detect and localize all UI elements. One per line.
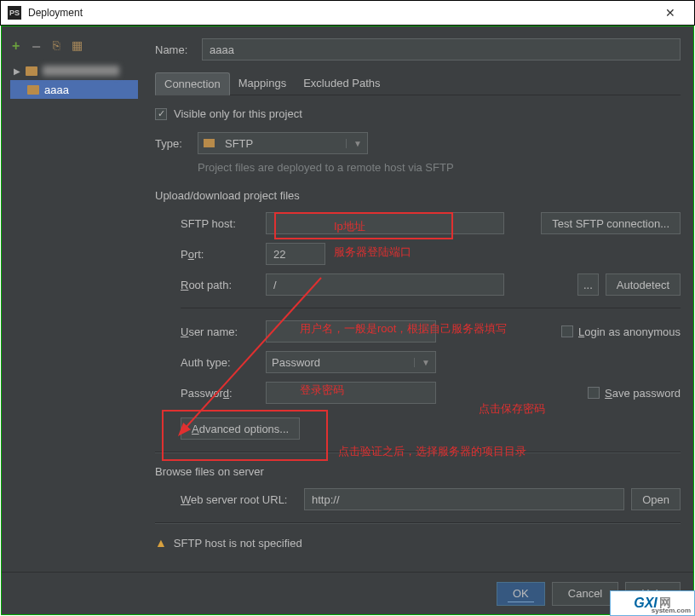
tab-mappings[interactable]: Mappings	[230, 72, 295, 95]
type-label: Type:	[155, 137, 198, 150]
paste-icon[interactable]: ▦	[72, 38, 83, 56]
copy-icon[interactable]: ⎘	[53, 38, 60, 56]
auth-type-label: Auth type:	[181, 356, 266, 369]
sftp-icon	[204, 139, 215, 147]
tree-item-label: aaaa	[44, 83, 69, 96]
warning-icon: ▲	[155, 536, 167, 550]
section-upload: Upload/download project files	[155, 189, 681, 202]
separator	[155, 452, 681, 453]
blurred-label	[43, 66, 119, 76]
login-anonymous-label: Login as anonymous	[578, 325, 681, 338]
dialog-buttons: OK Cancel Help	[2, 572, 693, 614]
titlebar: PS Deployment ✕	[0, 0, 695, 26]
save-password-label: Save password	[605, 387, 681, 400]
auth-value: Password	[272, 356, 414, 369]
port-label: Port:	[181, 248, 266, 261]
open-button[interactable]: Open	[631, 488, 681, 510]
root-path-label: Root path:	[181, 279, 266, 291]
username-input[interactable]	[266, 320, 436, 343]
visible-only-label: Visible only for this project	[174, 107, 302, 120]
cancel-button[interactable]: Cancel	[552, 582, 618, 606]
type-select[interactable]: SFTP ▼	[198, 132, 368, 154]
tab-connection[interactable]: Connection	[155, 72, 230, 95]
advanced-options-button[interactable]: Advanced options...	[181, 417, 300, 440]
separator	[181, 308, 681, 308]
port-input[interactable]	[266, 243, 325, 265]
section-browse: Browse files on server	[155, 465, 681, 478]
folder-icon	[26, 66, 37, 76]
chevron-down-icon: ▼	[414, 358, 430, 367]
close-icon[interactable]: ✕	[653, 6, 687, 20]
sftp-host-input[interactable]	[266, 212, 504, 234]
password-label: Password:	[181, 387, 266, 400]
ok-button[interactable]: OK	[497, 582, 545, 606]
config-panel: Name: Connection Mappings Excluded Paths…	[155, 38, 681, 563]
tree-item-selected[interactable]: aaaa	[10, 80, 138, 99]
separator	[155, 522, 681, 524]
username-label: User name:	[181, 325, 266, 338]
sftp-host-label: SFTP host:	[181, 217, 266, 230]
browse-button[interactable]: ...	[577, 273, 599, 296]
sidebar: + − ⎘ ▦ ▶ aaaa	[10, 38, 138, 563]
tab-bar: Connection Mappings Excluded Paths	[155, 72, 681, 95]
chevron-right-icon: ▶	[14, 66, 20, 76]
name-input[interactable]	[202, 38, 681, 60]
root-path-input[interactable]	[266, 273, 504, 296]
tab-excluded[interactable]: Excluded Paths	[295, 72, 388, 95]
server-tree: ▶ aaaa	[10, 61, 138, 99]
main-panel: + − ⎘ ▦ ▶ aaaa Name: Connection Mapp	[1, 26, 694, 615]
auth-type-select[interactable]: Password ▼	[266, 351, 436, 373]
visible-only-row[interactable]: ✓ Visible only for this project	[155, 107, 681, 120]
test-connection-button[interactable]: Test SFTP connection...	[541, 212, 681, 234]
folder-icon	[27, 85, 39, 95]
add-icon[interactable]: +	[12, 38, 20, 56]
type-hint: Project files are deployed to a remote h…	[198, 161, 681, 174]
anon-checkbox[interactable]	[561, 325, 573, 337]
web-url-input[interactable]	[304, 488, 624, 510]
warning-row: ▲ SFTP host is not specified	[155, 536, 681, 550]
password-input[interactable]	[266, 382, 436, 404]
watermark-logo: GXI网 system.com	[610, 590, 695, 616]
window-title: Deployment	[28, 7, 653, 19]
save-password-checkbox[interactable]	[588, 387, 600, 399]
web-url-label: Web server root URL:	[181, 493, 304, 506]
chevron-down-icon: ▼	[346, 139, 362, 148]
autodetect-button[interactable]: Autodetect	[606, 273, 681, 296]
app-icon: PS	[8, 6, 21, 20]
checkbox-icon[interactable]: ✓	[155, 108, 167, 120]
warning-text: SFTP host is not specified	[174, 537, 302, 550]
type-value: SFTP	[225, 137, 253, 150]
sidebar-toolbar: + − ⎘ ▦	[10, 38, 138, 61]
name-label: Name:	[155, 43, 202, 56]
tree-item[interactable]: ▶	[10, 61, 138, 80]
remove-icon[interactable]: −	[32, 38, 41, 56]
